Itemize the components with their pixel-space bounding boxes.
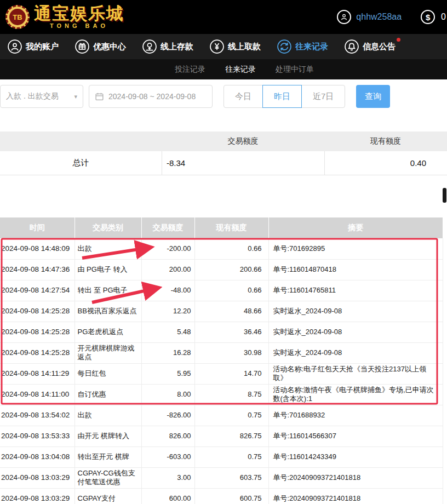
col-type: 交易类别 (74, 217, 141, 238)
nav-item-withdraw[interactable]: 线上取款 (210, 39, 261, 54)
table-cell: 转出至开元 棋牌 (74, 446, 141, 467)
table-cell: 活动名称:激情午夜《电子棋牌捕鱼》专场,已申请次数(含本次):1 (268, 384, 443, 405)
col-time: 时间 (0, 217, 74, 238)
table-cell: -200.00 (141, 238, 194, 259)
table-cell: 转出 至 PG电子 (74, 280, 141, 301)
yesterday-button[interactable]: 昨日 (262, 85, 302, 108)
table-cell: 12.20 (141, 301, 194, 322)
table-cell: 出款 (74, 238, 141, 259)
tab-transaction-records[interactable]: 往来记录 (225, 65, 256, 75)
username[interactable]: qhhw258aa (356, 12, 402, 22)
table-cell: 8.00 (141, 384, 194, 405)
table-cell: BB视讯百家乐返点 (74, 301, 141, 322)
table-cell: 单号:701692895 (268, 238, 443, 259)
table-cell: 2024-09-08 14:25:28 (0, 342, 74, 363)
table-cell: CGPAY-CG钱包支付笔笔送优惠 (74, 467, 141, 488)
table-row: 2024-09-08 14:25:28PG老虎机返点5.4836.46实时返水_… (0, 322, 443, 342)
page: TB 通宝娱乐城 TONG BAO qhhw258aa $ 0 (0, 0, 447, 504)
table-cell: 由开元 棋牌转入 (74, 426, 141, 446)
select-value: 入款 . 出款交易 (6, 91, 59, 101)
table-cell: 36.46 (194, 322, 268, 342)
table-cell: 0.66 (194, 280, 268, 301)
transaction-type-select[interactable]: 入款 . 出款交易 ▾ (0, 85, 83, 108)
avatar-icon (337, 10, 351, 24)
table-cell: 2024-09-08 13:54:02 (0, 405, 74, 426)
today-button[interactable]: 今日 (224, 85, 263, 108)
table-cell: -603.00 (141, 446, 194, 467)
table-cell: 单号:202409093721401818 (268, 467, 443, 488)
top-header: TB 通宝娱乐城 TONG BAO qhhw258aa $ 0 (0, 0, 447, 34)
table-cell: 14.70 (194, 363, 268, 384)
table-cell: 8.75 (194, 384, 268, 405)
table-cell: 2024-09-08 14:48:09 (0, 238, 74, 259)
last7days-button[interactable]: 近7日 (301, 85, 345, 108)
transactions-table-wrap: 时间 交易类别 交易额度 现有额度 摘要 2024-09-08 14:48:09… (0, 217, 447, 504)
table-cell: 2024-09-08 14:25:28 (0, 301, 74, 322)
table-cell: 2024-09-08 14:47:36 (0, 259, 74, 280)
brand-name-cn: 通宝娱乐城 (34, 5, 124, 22)
tab-processing-orders[interactable]: 处理中订单 (276, 65, 314, 75)
gift-icon (75, 39, 89, 54)
table-cell: 5.48 (141, 322, 194, 342)
summary-header-balance: 现有额度 (324, 136, 447, 146)
quick-date-buttons: 今日 昨日 近7日 (224, 85, 345, 108)
table-header: 时间 交易类别 交易额度 现有额度 摘要 (0, 217, 443, 238)
table-cell: 600.00 (141, 488, 194, 504)
brand-name-en: TONG BAO (34, 23, 124, 29)
table-cell: 每日红包 (74, 363, 141, 384)
table-cell: 2024-09-08 14:11:29 (0, 363, 74, 384)
table-cell: -48.00 (141, 280, 194, 301)
table-cell: -826.00 (141, 405, 194, 426)
table-cell: PG老虎机返点 (74, 322, 141, 342)
table-row: 2024-09-08 14:47:36由 PG电子 转入200.00200.66… (0, 259, 443, 280)
sub-nav: 投注记录 往来记录 处理中订单 (0, 59, 447, 79)
table-cell: 由 PG电子 转入 (74, 259, 141, 280)
col-amount: 交易额度 (141, 217, 194, 238)
table-cell: 开元棋牌棋牌游戏返点 (74, 342, 141, 363)
table-cell: 单号:116014243349 (268, 446, 443, 467)
table-cell: 0.75 (194, 446, 268, 467)
filter-bar: 入款 . 出款交易 ▾ 2024-09-08 ~ 2024-09-08 今日 昨… (0, 85, 447, 108)
date-range-input[interactable]: 2024-09-08 ~ 2024-09-08 (89, 85, 213, 108)
wallet-dollar-icon[interactable]: $ (421, 10, 435, 24)
nav-label: 线上取款 (228, 42, 261, 52)
table-cell: 48.66 (194, 301, 268, 322)
tab-bet-records[interactable]: 投注记录 (175, 65, 205, 75)
table-cell: 2024-09-08 13:03:29 (0, 467, 74, 488)
table-row: 2024-09-08 14:48:09出款-200.000.66单号:70169… (0, 238, 443, 259)
table-cell: 单号:116014765811 (268, 280, 443, 301)
nav-item-my-account[interactable]: 我的账户 (8, 39, 59, 54)
nav-label: 往来记录 (295, 42, 328, 52)
brand-text: 通宝娱乐城 TONG BAO (34, 5, 124, 29)
col-balance: 现有额度 (194, 217, 268, 238)
table-row: 2024-09-08 13:04:08转出至开元 棋牌-603.000.75单号… (0, 446, 443, 467)
nav-label: 线上存款 (161, 42, 193, 52)
deposit-icon (142, 39, 157, 54)
nav-item-promotions[interactable]: 优惠中心 (75, 39, 126, 54)
main-nav: 我的账户 优惠中心 线上存款 线上取款 往来记录 (0, 34, 447, 59)
table-cell: 单号:202409093721401818 (268, 488, 443, 504)
calendar-icon (95, 92, 104, 101)
notification-dot (397, 38, 400, 42)
dollar-sign: $ (426, 13, 430, 22)
table-cell: 2024-09-08 13:53:33 (0, 426, 74, 446)
table-cell: 5.95 (141, 363, 194, 384)
nav-item-transactions[interactable]: 往来记录 (277, 39, 328, 54)
search-button[interactable]: 查询 (356, 85, 390, 108)
nav-label: 信息公告 (363, 42, 396, 52)
nav-item-announcements[interactable]: 信息公告 (345, 39, 396, 54)
table-cell: 603.75 (194, 467, 268, 488)
summary-header-trade: 交易额度 (162, 136, 324, 146)
table-cell: CGPAY支付 (74, 488, 141, 504)
brand-logo[interactable]: TB 通宝娱乐城 TONG BAO (5, 5, 124, 29)
table-row: 2024-09-08 13:03:29CGPAY-CG钱包支付笔笔送优惠3.00… (0, 467, 443, 488)
table-cell: 实时返水_2024-09-08 (268, 342, 443, 363)
table-cell: 3.00 (141, 467, 194, 488)
nav-item-deposit[interactable]: 线上存款 (142, 39, 193, 54)
scrollbar-thumb[interactable] (443, 188, 446, 203)
summary-header: 交易额度 现有额度 (0, 131, 447, 151)
table-cell: 200.66 (194, 259, 268, 280)
table-row: 2024-09-08 13:53:33由开元 棋牌转入826.00826.75单… (0, 426, 443, 446)
table-cell: 2024-09-08 14:27:54 (0, 280, 74, 301)
table-cell: 0.66 (194, 238, 268, 259)
